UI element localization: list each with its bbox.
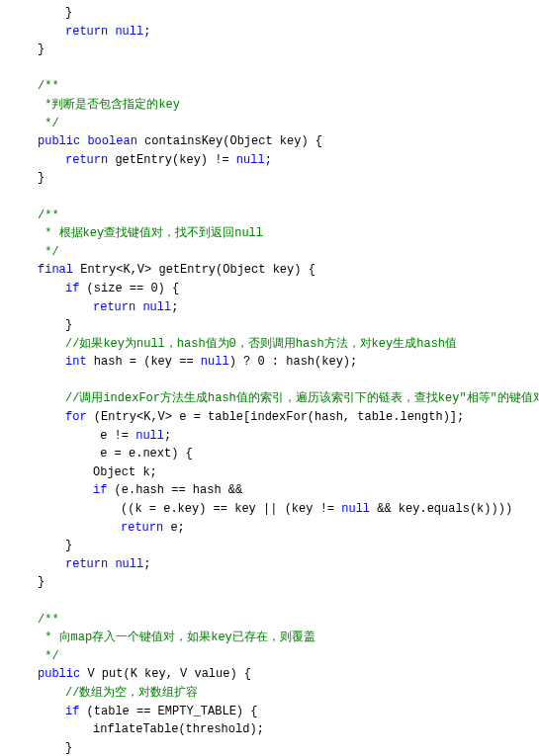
keyword-text: null [115,25,143,39]
code-line: return e; [10,519,539,538]
code-text [10,61,17,75]
keyword-text: null [115,557,143,571]
code-line: public boolean containsKey(Object key) { [10,132,539,151]
keyword-text: for [65,410,87,424]
code-line: e = e.next) { [10,445,539,463]
code-line: return null; [10,298,539,317]
comment-text: /** [38,613,59,627]
code-text [10,374,17,387]
code-line: } [10,537,539,555]
code-line: Object k; [10,463,539,482]
code-text: } [65,6,72,20]
code-line: return null; [10,555,539,574]
code-text: ; [143,557,150,571]
keyword-text: final [38,263,73,277]
keyword-text: if [65,282,79,295]
keyword-text: null [236,153,265,167]
code-text: ; [164,429,171,443]
code-line: } [10,739,539,756]
code-text: Entry<K,V> getEntry(Object key) { [73,263,315,277]
code-text: } [38,42,45,56]
code-text: (e.hash == hash && [107,483,242,497]
keyword-text: public [38,667,80,681]
keyword-text: null [135,429,164,443]
keyword-text: null [341,502,370,516]
code-line: //数组为空，对数组扩容 [10,684,539,703]
code-line: * 向map存入一个键值对，如果key已存在，则覆盖 [10,629,539,647]
keyword-text: if [93,483,107,497]
code-line: inflateTable(threshold); [10,720,539,739]
code-line: if (e.hash == hash && [10,481,539,500]
code-line: ((k = e.key) == key || (key != null && k… [10,500,539,519]
code-line: } [10,169,539,188]
code-line: } [10,4,539,23]
code-line: /** [10,77,539,96]
code-line: */ [10,647,539,666]
code-line [10,59,539,78]
comment-text: */ [38,245,59,259]
code-line [10,372,539,390]
keyword-text: return [65,25,108,39]
code-line: final Entry<K,V> getEntry(Object key) { [10,261,539,280]
code-text: e = e.next) { [93,447,193,461]
code-line: if (table == EMPTY_TABLE) { [10,703,539,721]
code-line [10,592,539,611]
code-line: *判断是否包含指定的key [10,96,539,115]
comment-text: /** [38,209,59,222]
code-line: */ [10,243,539,262]
code-line: for (Entry<K,V> e = table[indexFor(hash,… [10,408,539,427]
code-text: V put(K key, V value) { [80,667,251,681]
code-line: e != null; [10,427,539,446]
code-text: } [65,539,72,552]
code-line: if (size == 0) { [10,280,539,298]
code-text: } [65,318,72,332]
code-text: e; [163,521,185,535]
code-text: ; [143,25,150,39]
code-text: getEntry(key) != [108,153,236,167]
code-text: ((k = e.key) == key || (key != [121,502,341,516]
code-line [10,188,539,207]
code-text: && key.equals(k)))) [370,502,512,516]
code-line: */ [10,115,539,133]
keyword-text: return [65,557,108,571]
code-text: ; [171,300,178,314]
code-line: } [10,316,539,335]
keyword-text: if [65,705,79,718]
keyword-text: null [142,300,171,314]
keyword-text: null [201,355,229,369]
code-line: * 根据key查找键值对，找不到返回null [10,224,539,243]
code-line: return getEntry(key) != null; [10,151,539,170]
code-block: }return null;} /** *判断是否包含指定的key */publi… [0,0,539,756]
code-text: hash = (key == [87,355,201,369]
code-line: public V put(K key, V value) { [10,665,539,684]
code-text: } [38,575,45,589]
comment-text: * 根据key查找键值对，找不到返回null [38,226,263,240]
code-line: //如果key为null，hash值为0，否则调用hash方法，对key生成ha… [10,335,539,354]
comment-text: */ [38,117,59,130]
code-line: } [10,573,539,592]
code-text: ; [265,153,272,167]
code-text: e != [93,429,135,443]
code-line: } [10,41,539,59]
code-text: Object k; [93,465,157,479]
code-line: /** [10,207,539,225]
keyword-text: int [65,355,87,369]
comment-text: /** [38,79,59,93]
code-line: /** [10,611,539,630]
comment-text: *判断是否包含指定的key [38,98,180,112]
code-line: //调用indexFor方法生成hash值的索引，遍历该索引下的链表，查找key… [10,389,539,408]
code-line: int hash = (key == null) ? 0 : hash(key)… [10,353,539,372]
keyword-text: public [38,134,80,148]
comment-text: * 向map存入一个键值对，如果key已存在，则覆盖 [38,630,315,644]
code-text: ) ? 0 : hash(key); [229,355,358,369]
code-text: } [38,171,45,185]
keyword-text: boolean [87,134,136,148]
code-text: (table == EMPTY_TABLE) { [79,705,257,718]
comment-text: */ [38,649,59,663]
code-text: (Entry<K,V> e = table[indexFor(hash, tab… [87,410,465,424]
code-text [10,594,17,608]
keyword-text: return [121,521,163,535]
code-text: } [65,741,72,755]
code-text: inflateTable(threshold); [93,722,264,736]
code-line: return null; [10,23,539,42]
